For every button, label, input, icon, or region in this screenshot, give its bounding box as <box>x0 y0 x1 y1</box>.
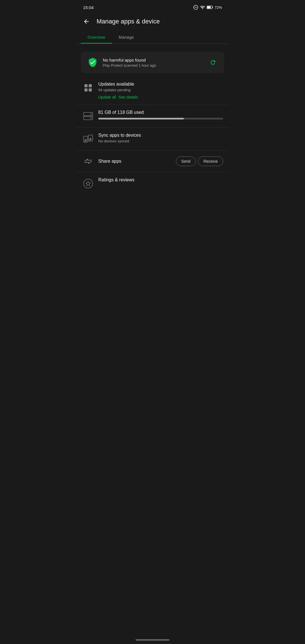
star-circle-icon <box>83 179 93 189</box>
tab-manage[interactable]: Manage <box>112 32 141 43</box>
back-arrow-icon <box>83 18 90 25</box>
shield-check-icon <box>88 57 98 68</box>
share-buttons: Send Receive <box>176 156 223 166</box>
play-protect-card[interactable]: No harmful apps found Play Protect scann… <box>81 52 224 73</box>
storage-title: 81 GB of 118 GB used <box>98 110 223 115</box>
svg-rect-14 <box>84 140 85 142</box>
storage-device-icon <box>83 112 93 120</box>
grid-apps-icon <box>84 83 93 92</box>
refresh-icon <box>210 59 216 66</box>
svg-rect-17 <box>89 139 90 140</box>
home-bar <box>136 639 169 641</box>
svg-rect-3 <box>212 6 213 8</box>
battery-percent: 72% <box>215 5 222 10</box>
dnd-icon <box>193 5 198 10</box>
share-apps-title: Share apps <box>94 159 176 164</box>
status-icons: 72% <box>193 5 222 10</box>
svg-point-11 <box>90 114 91 115</box>
svg-rect-4 <box>207 6 211 8</box>
update-all-button[interactable]: Update all <box>98 95 116 99</box>
ratings-title: Ratings & reviews <box>98 177 223 182</box>
updates-title: Updates available <box>98 82 223 87</box>
sync-title: Sync apps to devices <box>98 133 223 138</box>
ratings-icon <box>82 177 94 190</box>
shield-icon-wrap <box>86 56 99 69</box>
send-button[interactable]: Send <box>176 156 196 166</box>
updates-icon <box>82 82 94 94</box>
svg-rect-18 <box>90 138 91 140</box>
storage-icon <box>82 110 94 122</box>
sync-subtitle: No devices synced <box>98 139 223 143</box>
tabs-container: Overview Manage <box>76 32 229 44</box>
app-bar: Manage apps & device <box>76 14 229 32</box>
svg-rect-7 <box>84 88 88 92</box>
svg-point-12 <box>90 118 91 119</box>
status-bar: 15:04 72% <box>76 0 229 14</box>
ratings-reviews-section[interactable]: Ratings & reviews <box>76 172 229 195</box>
status-time: 15:04 <box>83 5 94 10</box>
sync-apps-section[interactable]: Sync apps to devices No devices synced <box>76 128 229 150</box>
back-button[interactable] <box>81 16 92 27</box>
svg-rect-8 <box>89 88 92 92</box>
share-apps-icon <box>82 155 94 167</box>
svg-rect-15 <box>86 139 86 142</box>
protect-subtitle: Play Protect scanned 1 hour ago <box>103 63 207 68</box>
wifi-icon <box>200 5 205 10</box>
tab-overview[interactable]: Overview <box>81 32 112 43</box>
battery-icon <box>207 5 213 9</box>
share-arrows-icon <box>84 157 93 165</box>
receive-button[interactable]: Receive <box>198 156 223 166</box>
storage-bar-fill <box>98 118 184 119</box>
sync-devices-icon <box>82 133 94 145</box>
content: No harmful apps found Play Protect scann… <box>76 44 229 199</box>
storage-section[interactable]: 81 GB of 118 GB used <box>76 105 229 127</box>
see-details-button[interactable]: See details <box>118 95 138 99</box>
protect-title: No harmful apps found <box>103 58 207 62</box>
sync-icon <box>83 134 93 144</box>
refresh-button[interactable] <box>207 57 219 68</box>
share-apps-section: Share apps Send Receive <box>76 151 229 172</box>
svg-rect-5 <box>84 84 88 87</box>
updates-subtitle: 94 updates pending <box>98 88 223 92</box>
updates-available-section[interactable]: Updates available 94 updates pending Upd… <box>76 77 229 105</box>
svg-point-21 <box>84 179 93 188</box>
svg-rect-6 <box>89 84 92 87</box>
storage-bar <box>98 118 223 119</box>
page-title: Manage apps & device <box>97 18 224 25</box>
